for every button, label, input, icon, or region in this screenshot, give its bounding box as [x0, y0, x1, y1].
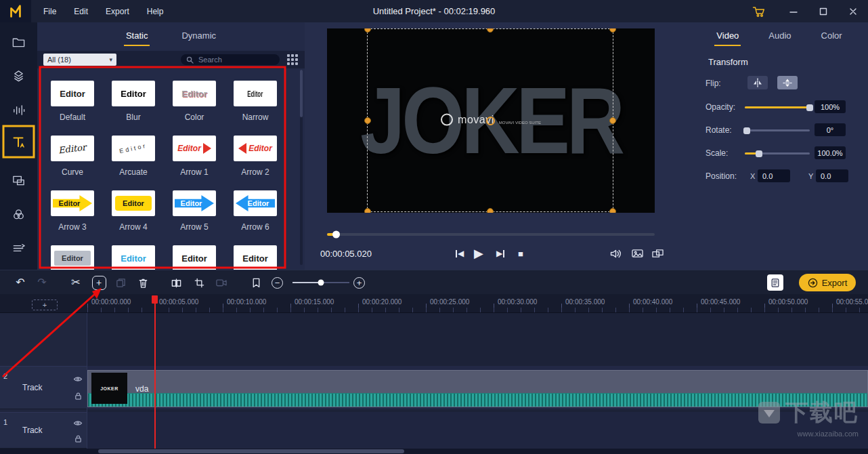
tab-color[interactable]: Color — [819, 27, 844, 46]
grid-view-icon[interactable] — [286, 54, 299, 66]
export-button[interactable]: Export — [799, 274, 856, 291]
menu-export[interactable]: Export — [106, 7, 129, 16]
selection-handle[interactable] — [609, 208, 616, 213]
selection-handle[interactable] — [487, 28, 494, 33]
template-arrow-4[interactable]: Editor Arrow 4 — [103, 184, 164, 239]
selection-handle[interactable] — [364, 28, 371, 33]
timeline-zoom-slider[interactable] — [292, 282, 349, 283]
playhead-marker[interactable] — [152, 295, 158, 304]
app-logo-icon[interactable] — [0, 0, 31, 22]
selection-handle[interactable] — [487, 208, 494, 213]
selection-handle[interactable] — [364, 208, 371, 213]
selection-center-handle[interactable] — [486, 117, 495, 125]
maximize-button[interactable] — [808, 0, 838, 22]
cut-button[interactable]: ✂ — [67, 274, 85, 291]
crop-button[interactable] — [190, 274, 208, 291]
track-1-header[interactable]: 1 Track — [0, 412, 87, 449]
rotate-slider[interactable] — [745, 129, 810, 131]
zoom-out-button[interactable]: − — [272, 277, 283, 289]
sidebar-item-filters[interactable] — [0, 200, 37, 228]
track-1-lane[interactable] — [87, 412, 868, 449]
flip-vertical-button[interactable] — [777, 76, 798, 89]
playhead-line[interactable] — [154, 295, 156, 449]
track-visibility-eye-icon[interactable] — [72, 418, 83, 428]
opacity-slider[interactable] — [745, 106, 810, 108]
template-arrow-1[interactable]: Editor Arrow 1 — [164, 129, 225, 184]
marker-button[interactable] — [247, 274, 265, 291]
template-default[interactable]: Editor Default — [42, 74, 103, 129]
redo-button[interactable]: ↷ — [33, 274, 51, 291]
search-box[interactable] — [181, 54, 280, 65]
tab-video[interactable]: Video — [714, 27, 741, 46]
record-button[interactable] — [213, 274, 230, 291]
add-clip-button[interactable]: + — [90, 274, 108, 291]
template-partial-3[interactable]: Editor — [164, 239, 225, 272]
tab-static[interactable]: Static — [124, 27, 150, 46]
sidebar-item-more-tools[interactable] — [0, 234, 37, 262]
scale-slider[interactable] — [745, 152, 810, 154]
zoom-in-button[interactable]: + — [353, 277, 365, 289]
template-narrow[interactable]: Editor Narrow — [225, 74, 286, 129]
horizontal-scrollbar[interactable] — [0, 449, 868, 454]
cart-icon[interactable] — [743, 0, 773, 22]
delete-button[interactable] — [134, 274, 152, 291]
volume-icon[interactable] — [608, 247, 623, 260]
scale-value[interactable]: 100.0% — [815, 146, 846, 159]
sidebar-item-media[interactable] — [0, 28, 37, 56]
seek-knob[interactable] — [332, 231, 340, 239]
menu-help[interactable]: Help — [147, 7, 164, 16]
undo-button[interactable]: ↶ — [12, 274, 29, 291]
selection-handle[interactable] — [364, 117, 371, 124]
timeline-area[interactable]: JOKER vda 2 Track 1 Track — [0, 313, 868, 449]
previous-frame-button[interactable]: ◀ — [452, 246, 468, 261]
seek-bar[interactable] — [327, 233, 655, 236]
timeline-ruler[interactable]: + 00:00:00.000 00:00:05.000 00:00:10.000… — [0, 294, 868, 313]
selection-handle[interactable] — [609, 117, 616, 124]
tab-dynamic[interactable]: Dynamic — [179, 27, 218, 46]
next-frame-button[interactable]: ▶ — [492, 246, 508, 261]
category-dropdown[interactable]: All (18) ▾ — [43, 54, 116, 66]
track-2-header[interactable]: 2 Track — [0, 366, 87, 409]
rotate-value[interactable]: 0° — [815, 123, 846, 136]
position-x-field[interactable]: 0.0 — [758, 169, 790, 182]
search-input[interactable] — [197, 55, 274, 64]
flip-horizontal-button[interactable] — [747, 76, 768, 89]
close-button[interactable] — [838, 0, 868, 22]
split-button[interactable] — [167, 274, 185, 291]
template-arcuate[interactable]: Editor Arcuate — [103, 129, 164, 184]
zoom-slider-knob[interactable] — [318, 280, 324, 286]
template-curve[interactable]: Editor Curve — [42, 129, 103, 184]
project-notes-button[interactable] — [767, 274, 783, 291]
add-track-button[interactable]: + — [32, 300, 58, 310]
template-arrow-3[interactable]: Editor Arrow 3 — [42, 184, 103, 239]
template-blur[interactable]: Editor Blur — [103, 74, 164, 129]
sidebar-item-transitions[interactable] — [0, 62, 37, 90]
template-color[interactable]: Editor Color — [164, 74, 225, 129]
sidebar-item-overlays[interactable] — [0, 166, 37, 194]
video-clip[interactable]: JOKER vda — [87, 370, 868, 407]
fit-to-screen-icon[interactable] — [630, 247, 645, 260]
position-y-field[interactable]: 0.0 — [816, 169, 848, 182]
detach-preview-icon[interactable] — [650, 247, 665, 260]
opacity-value[interactable]: 100% — [815, 100, 846, 113]
template-partial-1[interactable]: Editor — [42, 239, 103, 272]
track-lock-icon[interactable] — [72, 434, 83, 443]
panel-scrollbar[interactable] — [300, 70, 303, 265]
sidebar-item-audio[interactable] — [0, 96, 37, 124]
template-arrow-6[interactable]: Editor Arrow 6 — [225, 184, 286, 239]
menu-file[interactable]: File — [43, 7, 56, 16]
menu-edit[interactable]: Edit — [74, 7, 88, 16]
selection-box[interactable] — [367, 28, 613, 212]
template-partial-4[interactable]: Editor — [225, 239, 286, 272]
horizontal-scrollbar-thumb[interactable] — [98, 449, 404, 453]
stop-button[interactable]: ■ — [513, 246, 529, 261]
play-button[interactable]: ▶ — [471, 246, 487, 261]
video-frame[interactable]: JOKER movavi MOVAVI VIDEO SUITE — [327, 28, 655, 213]
tab-audio[interactable]: Audio — [766, 27, 793, 46]
track-visibility-eye-icon[interactable] — [72, 374, 83, 384]
duplicate-button[interactable] — [112, 274, 129, 291]
template-arrow-2[interactable]: Editor Arrow 2 — [225, 129, 286, 184]
minimize-button[interactable] — [779, 0, 808, 22]
sidebar-item-titles[interactable] — [0, 128, 37, 157]
template-partial-2[interactable]: Editor — [103, 239, 164, 272]
